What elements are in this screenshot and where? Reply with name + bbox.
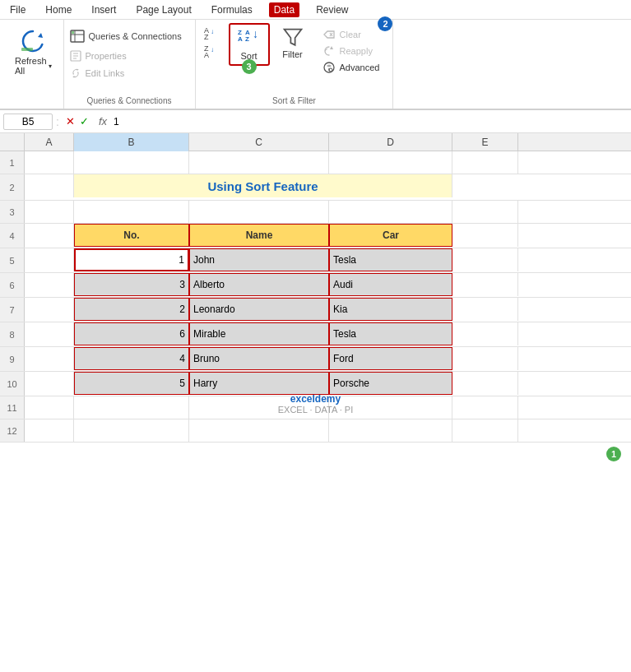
menu-review[interactable]: Review (313, 2, 351, 17)
cell-c1[interactable] (189, 151, 329, 174)
cell-b6[interactable]: 3 (74, 273, 189, 296)
svg-rect-5 (72, 31, 74, 34)
cell-a7[interactable] (25, 298, 74, 321)
col-header-b[interactable]: B (74, 133, 189, 151)
cancel-icon[interactable]: ✕ (66, 115, 75, 127)
badge-1: 1 (606, 447, 621, 461)
cell-b5[interactable]: 1 (74, 248, 189, 271)
qc-group-label: Queries & Connections (64, 96, 195, 105)
table-row: 3 (0, 201, 631, 224)
cell-b12[interactable] (74, 419, 189, 443)
cell-a2[interactable] (25, 174, 74, 197)
filter-button[interactable]: Filter (275, 23, 311, 63)
cell-b3[interactable] (74, 201, 189, 224)
cell-e12[interactable] (452, 419, 518, 443)
svg-marker-23 (330, 46, 333, 49)
refresh-all-button[interactable]: Refresh All ▾ (10, 23, 57, 79)
menu-page-layout[interactable]: Page Layout (132, 2, 194, 17)
row-num-2: 2 (0, 174, 25, 200)
cell-b7[interactable]: 2 (74, 298, 189, 321)
cell-reference-input[interactable] (3, 114, 53, 130)
cell-c6[interactable]: Alberto (189, 273, 329, 296)
col-header-a[interactable]: A (25, 133, 74, 151)
table-row: 4 No. Name Car (0, 224, 631, 248)
badge-2: 2 (378, 16, 392, 31)
col-header-e[interactable]: E (452, 133, 518, 151)
clear-icon (322, 28, 336, 41)
sort-az-button[interactable]: A Z ↓ (202, 25, 224, 41)
advanced-button[interactable]: Advanced (322, 61, 380, 74)
cell-d4-header[interactable]: Car (329, 224, 452, 247)
cell-e4[interactable] (452, 224, 518, 247)
cell-c9[interactable]: Bruno (189, 347, 329, 370)
properties-icon (69, 49, 82, 63)
confirm-icon[interactable]: ✓ (80, 115, 89, 127)
reapply-button[interactable]: Reapply (322, 44, 380, 58)
cell-a8[interactable] (25, 322, 74, 345)
cell-d5[interactable]: Tesla (329, 248, 452, 271)
cell-d7[interactable]: Kia (329, 298, 452, 321)
cell-e9[interactable] (452, 347, 518, 370)
cell-a1[interactable] (25, 151, 74, 174)
row-num-5: 5 (0, 248, 25, 272)
cell-b2-title[interactable]: Using Sort Feature (74, 174, 452, 197)
sort-filter-group: A Z ↓ Z A ↓ Z A A Z (196, 20, 394, 109)
row-num-6: 6 (0, 273, 25, 297)
cell-d6[interactable]: Audi (329, 273, 452, 296)
menu-insert[interactable]: Insert (88, 2, 119, 17)
cell-e7[interactable] (452, 298, 518, 321)
cell-c8[interactable]: Mirable (189, 322, 329, 345)
column-headers: A B C D E (0, 133, 631, 151)
ribbon: Refresh All ▾ Queries & Connections (0, 20, 631, 110)
formula-input[interactable] (114, 116, 628, 127)
cell-c5[interactable]: John (189, 248, 329, 271)
sort-za-icon: Z A ↓ (204, 44, 222, 58)
cell-b1[interactable] (74, 151, 189, 174)
cell-a9[interactable] (25, 347, 74, 370)
table-row: 5 1 John Tesla (0, 248, 631, 273)
refresh-label: Refresh All ▾ (15, 56, 52, 76)
cell-a12[interactable] (25, 419, 74, 443)
cell-d9[interactable]: Ford (329, 347, 452, 370)
cell-c4-header[interactable]: Name (189, 224, 329, 247)
cell-a4[interactable] (25, 224, 74, 247)
cell-d8[interactable]: Tesla (329, 322, 452, 345)
menu-file[interactable]: File (7, 2, 29, 17)
cell-e6[interactable] (452, 273, 518, 296)
cell-e5[interactable] (452, 248, 518, 271)
cell-b4-header[interactable]: No. (74, 224, 189, 247)
menu-formulas[interactable]: Formulas (208, 2, 256, 17)
formula-icons: ✕ ✓ (66, 115, 89, 127)
sort-za-button[interactable]: Z A ↓ (202, 43, 224, 59)
cell-c12[interactable] (189, 419, 329, 443)
cell-e8[interactable] (452, 322, 518, 345)
table-row: 1 (0, 151, 631, 174)
cell-c3[interactable] (189, 201, 329, 224)
cell-e3[interactable] (452, 201, 518, 224)
menu-data[interactable]: Data (269, 2, 299, 17)
cell-a5[interactable] (25, 248, 74, 271)
properties-label: Properties (86, 51, 127, 61)
cell-a3[interactable] (25, 201, 74, 224)
queries-connections-button[interactable]: Queries & Connections (67, 26, 188, 46)
cell-a6[interactable] (25, 273, 74, 296)
sort-icon: Z A A Z ↓ (237, 28, 262, 51)
col-header-d[interactable]: D (329, 133, 452, 151)
cell-c7[interactable]: Leonardo (189, 298, 329, 321)
cell-d1[interactable] (329, 151, 452, 174)
menu-home[interactable]: Home (42, 2, 75, 17)
fx-label: fx (99, 115, 107, 127)
edit-links-icon (69, 67, 82, 80)
clear-button[interactable]: Clear (322, 28, 380, 41)
properties-button[interactable]: Properties (67, 49, 188, 63)
cell-b9[interactable]: 4 (74, 347, 189, 370)
cell-e1[interactable] (452, 151, 518, 174)
row-num-3: 3 (0, 201, 25, 223)
cell-d12[interactable] (329, 419, 452, 443)
formula-divider-1: : (56, 115, 59, 128)
cell-b8[interactable]: 6 (74, 322, 189, 345)
spreadsheet-area: A B C D E 1 2 Using Sort Feature 3 (0, 133, 631, 443)
cell-d3[interactable] (329, 201, 452, 224)
col-header-c[interactable]: C (189, 133, 329, 151)
edit-links-button[interactable]: Edit Links (67, 66, 188, 81)
